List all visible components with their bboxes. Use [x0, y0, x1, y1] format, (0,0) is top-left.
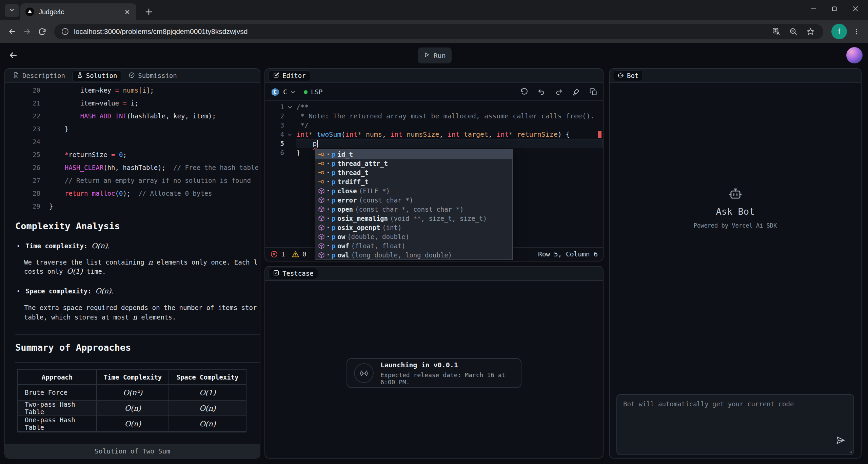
autocomplete-item[interactable]: •perror(const char *)	[315, 195, 512, 205]
judge4c-favicon	[25, 7, 35, 17]
editor-line-number: 6	[265, 148, 284, 157]
completion-match: p	[332, 233, 335, 240]
flask-icon	[77, 72, 83, 80]
line-number: 20	[5, 86, 49, 94]
complexity-bigo: O(n).	[92, 242, 110, 250]
window-controls	[803, 0, 866, 18]
new-tab-button[interactable]	[142, 5, 155, 18]
tab-editor[interactable]: Editor	[269, 70, 310, 81]
editor-code-line[interactable]: 3 */	[265, 121, 603, 130]
fold-chevron-icon[interactable]	[284, 132, 296, 137]
completion-label: thread_attr_t	[337, 160, 388, 167]
user-avatar[interactable]	[846, 47, 863, 63]
tab-search-button[interactable]	[5, 4, 19, 17]
editor-code-line[interactable]: 1/**	[265, 102, 603, 112]
autocomplete-popup: •pid_t•pthread_attr_t•pthread_t•ptrdiff_…	[315, 149, 513, 260]
symbol-interface-icon	[318, 169, 325, 176]
broadcast-icon	[354, 363, 374, 383]
format-code-icon[interactable]	[572, 88, 580, 96]
url-bar[interactable]: localhost:3000/problems/cm8pjqdem0001ty8…	[54, 24, 823, 39]
error-ruler-mark	[598, 131, 601, 138]
resize-grip-icon[interactable]	[847, 448, 852, 453]
table-header-cell: Space Complexity	[169, 370, 246, 385]
redo-icon[interactable]	[555, 88, 563, 96]
document-icon	[13, 72, 19, 80]
table-row-time: O(n)	[97, 401, 169, 416]
tab-description[interactable]: Description	[8, 70, 70, 81]
editor-line-number: 3	[265, 121, 284, 130]
code-line: 29}	[5, 200, 260, 213]
autocomplete-item[interactable]: •powl(long double, long double)	[315, 250, 512, 259]
browser-reload-button[interactable]	[35, 24, 50, 39]
table-row-approach: Brute Force	[18, 385, 97, 401]
editor-code-line[interactable]: 5 p	[265, 139, 603, 148]
symbol-module-icon	[318, 215, 325, 222]
tab-submission[interactable]: Submission	[124, 70, 181, 81]
screen: Judge4c localhost:3000/problems/cm8pjqde…	[0, 0, 868, 464]
editor-code-text: /**	[296, 102, 603, 112]
translate-icon[interactable]	[770, 25, 783, 38]
fold-chevron-icon[interactable]	[284, 104, 296, 110]
copy-code-icon[interactable]	[589, 88, 597, 96]
zoom-out-icon[interactable]	[787, 25, 800, 38]
text-cursor	[317, 140, 318, 148]
window-maximize-button[interactable]	[824, 0, 845, 18]
bot-message-input[interactable]	[617, 395, 853, 455]
app-back-button[interactable]	[8, 50, 19, 61]
code-text: item→value = i;	[49, 99, 138, 107]
bookmark-star-icon[interactable]	[804, 25, 816, 38]
testcase-panel-header: Testcase	[265, 267, 603, 281]
symbol-module-icon	[318, 224, 325, 231]
browser-tab[interactable]: Judge4c	[20, 3, 136, 20]
tab-testcase[interactable]: Testcase	[269, 268, 318, 279]
run-button[interactable]: Run	[418, 47, 452, 63]
autocomplete-item[interactable]: •pow(double, double)	[315, 232, 512, 241]
code-line: 24	[5, 135, 260, 148]
autocomplete-item[interactable]: •ptrdiff_t	[315, 177, 512, 186]
window-close-button[interactable]	[845, 0, 866, 18]
language-selector[interactable]: C	[283, 88, 287, 96]
complexity-bullet: •Time complexity: O(n).	[17, 242, 110, 250]
code-line: 25 *returnSize = 0;	[5, 148, 260, 161]
language-chevron-down-icon[interactable]	[290, 89, 296, 95]
table-row-space: O(n)	[169, 416, 246, 432]
browser-menu-icon[interactable]	[850, 25, 863, 38]
tab-close-icon[interactable]	[123, 7, 132, 16]
undo-icon[interactable]	[537, 88, 546, 96]
editor-code-line[interactable]: 2 * Note: The returned array must be mal…	[265, 112, 603, 121]
completion-match: p	[332, 151, 335, 158]
browser-forward-button[interactable]	[20, 24, 35, 39]
svg-text:C: C	[274, 89, 277, 95]
bot-input-container	[616, 394, 854, 455]
autocomplete-item[interactable]: •powf(float, float)	[315, 241, 512, 250]
autocomplete-item[interactable]: •popen(const char *, const char *)	[315, 205, 512, 214]
autocomplete-item[interactable]: •posix_memalign(void **, size_t, size_t)	[315, 214, 512, 223]
reset-code-icon[interactable]	[520, 88, 528, 96]
completion-match: p	[332, 224, 335, 231]
code-text: return malloc(0); // Allocate 0 bytes	[49, 190, 212, 197]
symbol-module-icon	[318, 197, 325, 204]
site-info-icon[interactable]	[61, 27, 69, 36]
autocomplete-item[interactable]: •posix_openpt(int)	[315, 223, 512, 232]
section-divider	[15, 334, 260, 335]
editor-toolbar: C C LSP	[265, 84, 603, 101]
bot-empty-state: Ask Bot Powered by Vercel Ai SDK	[610, 187, 861, 229]
editor-code-text: */	[296, 121, 603, 130]
autocomplete-item[interactable]: •pthread_attr_t	[315, 159, 512, 168]
autocomplete-item[interactable]: •pid_t	[315, 150, 512, 159]
browser-profile-avatar[interactable]: f	[831, 24, 847, 39]
editor-code-line[interactable]: 4int* twoSum(int* nums, int numsSize, in…	[265, 130, 603, 139]
completion-bullet: •	[327, 188, 330, 193]
completion-match: p	[332, 160, 335, 167]
tab-solution[interactable]: Solution	[72, 70, 122, 81]
completion-label: open	[337, 206, 353, 213]
warning-count: 0	[302, 250, 307, 258]
autocomplete-item[interactable]: •pthread_t	[315, 168, 512, 177]
window-minimize-button[interactable]	[803, 0, 824, 18]
send-icon[interactable]	[836, 436, 845, 445]
error-count: 1	[281, 250, 285, 258]
tab-bot-label: Bot	[627, 72, 638, 79]
browser-back-button[interactable]	[5, 24, 20, 39]
autocomplete-item[interactable]: •pclose(FILE *)	[315, 186, 512, 195]
tab-bot[interactable]: Bot	[613, 70, 643, 81]
